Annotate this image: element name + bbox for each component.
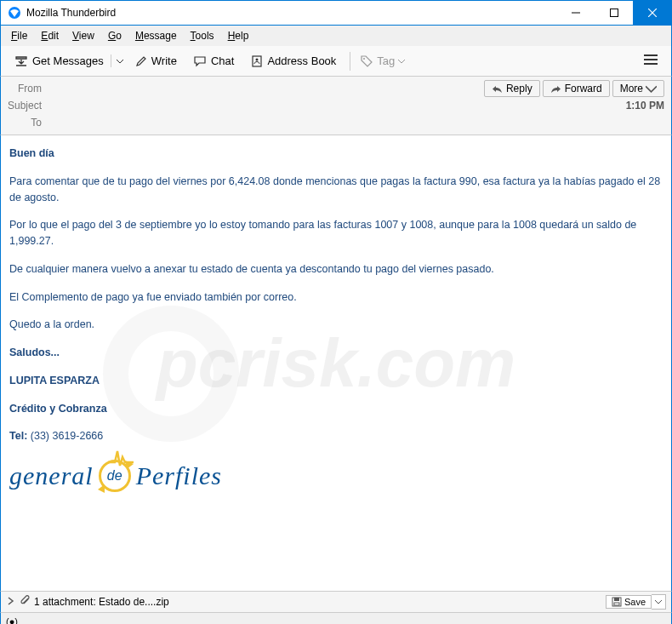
tag-button[interactable]: Tag	[354, 51, 416, 71]
toolbar-separator	[350, 52, 350, 71]
close-button[interactable]	[633, 1, 671, 25]
body-paragraph-2: Por lo que el pago del 3 de septiembre y…	[9, 217, 663, 249]
thunderbird-icon	[8, 6, 21, 20]
window-title: Mozilla Thunderbird	[26, 7, 556, 19]
subject-label: Subject	[8, 100, 42, 112]
minimize-button[interactable]	[556, 1, 595, 25]
status-activity-icon: (●)	[6, 616, 18, 625]
menu-message[interactable]: Message	[128, 28, 184, 43]
saludos: Saludos...	[9, 345, 663, 361]
body-paragraph-5: Quedo a la orden.	[9, 317, 663, 333]
svg-point-6	[256, 58, 259, 60]
window-titlebar: Mozilla Thunderbird	[0, 0, 672, 26]
menu-help[interactable]: Help	[221, 28, 256, 43]
body-paragraph-4: El Complemento de pago ya fue enviado ta…	[9, 289, 663, 306]
sender-tel: Tel: (33) 3619-2666	[9, 428, 663, 444]
menu-go[interactable]: Go	[101, 28, 128, 43]
message-time: 1:10 PM	[626, 100, 664, 112]
logo-text-perfiles: Perfiles	[136, 456, 222, 495]
logo-circle: de	[99, 460, 131, 492]
expand-attachments-button[interactable]	[6, 596, 14, 608]
paperclip-icon	[20, 595, 31, 609]
menu-edit[interactable]: Edit	[34, 28, 65, 43]
svg-rect-2	[610, 9, 618, 17]
menu-bar: File Edit View Go Message Tools Help	[0, 26, 672, 46]
main-toolbar: Get Messages Write Chat Address Book Tag	[0, 46, 672, 77]
body-paragraph-1: Para comentar que de tu pago del viernes…	[9, 174, 663, 206]
menu-tools[interactable]: Tools	[184, 28, 221, 43]
save-icon	[612, 597, 622, 607]
to-label: To	[8, 117, 50, 129]
menu-file[interactable]: File	[4, 28, 34, 43]
sender-name: LUPITA ESPARZA	[9, 373, 663, 389]
get-messages-button[interactable]: Get Messages	[8, 51, 111, 72]
attachment-text[interactable]: 1 attachment: Estado de....zip	[34, 596, 169, 608]
sender-dept: Crédito y Cobranza	[9, 401, 663, 417]
reply-button[interactable]: Reply	[484, 80, 540, 97]
svg-point-7	[363, 58, 365, 60]
get-messages-dropdown[interactable]	[111, 54, 128, 67]
company-logo: general de Perfiles	[9, 456, 663, 495]
message-header: From Reply Forward More Subject 1:10 PM …	[0, 77, 672, 135]
forward-button[interactable]: Forward	[543, 80, 610, 97]
forward-icon	[550, 83, 561, 94]
pencil-icon	[135, 55, 147, 67]
hamburger-icon	[644, 54, 658, 66]
menu-view[interactable]: View	[65, 28, 101, 43]
app-menu-button[interactable]	[637, 50, 664, 72]
status-bar: (●)	[0, 613, 672, 624]
write-button[interactable]: Write	[128, 51, 184, 71]
maximize-button[interactable]	[595, 1, 633, 25]
attachment-bar: 1 attachment: Estado de....zip Save	[0, 591, 672, 613]
window-controls	[556, 1, 671, 25]
reply-icon	[492, 83, 503, 94]
save-dropdown[interactable]	[652, 594, 666, 610]
body-paragraph-3: De cualquier manera vuelvo a anexar tu e…	[9, 261, 663, 278]
chat-button[interactable]: Chat	[187, 51, 241, 71]
more-button[interactable]: More	[612, 80, 664, 97]
address-book-button[interactable]: Address Book	[244, 51, 343, 71]
download-icon	[14, 54, 28, 68]
chat-icon	[194, 55, 207, 67]
svg-rect-13	[614, 603, 619, 605]
tag-icon	[361, 55, 373, 67]
save-attachment-button[interactable]: Save	[606, 595, 652, 609]
from-label: From	[8, 83, 50, 94]
greeting: Buen día	[9, 146, 663, 162]
message-body: pcrisk.com Buen día Para comentar que de…	[0, 135, 672, 591]
address-book-icon	[251, 55, 263, 67]
svg-rect-12	[614, 598, 619, 601]
logo-text-general: general	[9, 456, 94, 495]
